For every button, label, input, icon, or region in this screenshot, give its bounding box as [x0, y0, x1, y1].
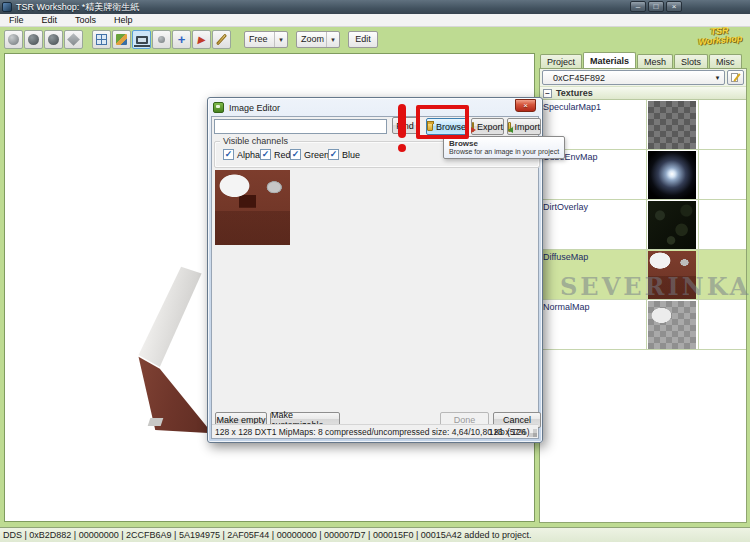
wireframe-button[interactable]: [92, 30, 111, 49]
sphere-light-icon: [8, 34, 19, 45]
export-label: Export: [477, 122, 503, 132]
row-spacer: [698, 200, 746, 249]
texture-name: DirtOverlay: [540, 200, 646, 249]
alpha-checkbox[interactable]: ✓: [223, 149, 234, 160]
dialog-title: Image Editor: [229, 103, 280, 113]
textures-section-header: − Textures: [540, 87, 746, 100]
sphere-dark-icon: [28, 34, 39, 45]
texture-row-normalmap[interactable]: NormalMap: [540, 300, 746, 350]
status-bar: DDS | 0xB2D882 | 00000000 | 2CCFB6A9 | 5…: [0, 527, 750, 542]
render-mode-button-2[interactable]: [24, 30, 43, 49]
tooltip-text: Browse for an image in your project: [449, 148, 559, 155]
tab-slots[interactable]: Slots: [674, 54, 708, 68]
import-button[interactable]: Import: [507, 118, 541, 135]
texture-preview-image[interactable]: [215, 170, 290, 245]
red-highlight-rectangle: [416, 105, 469, 139]
pencil-tool-button[interactable]: [212, 30, 231, 49]
channel-alpha[interactable]: ✓ Alpha: [223, 149, 260, 160]
render-mode-button-3[interactable]: [44, 30, 63, 49]
chevron-down-icon: ▾: [326, 32, 339, 47]
tsr-workshop-window: TSR Workshop: *精美牌衛生紙 – □ × File Edit To…: [0, 0, 750, 542]
window-title-bar: TSR Workshop: *精美牌衛生紙 – □ ×: [0, 0, 750, 14]
toolbar: + ▶ Free ▾ Zoom ▾ Edit TSR Workshop: [0, 27, 750, 52]
row-spacer: [698, 150, 746, 199]
chevron-down-icon: ▾: [711, 71, 724, 84]
image-info-text: 128 x 128 DXT1 MipMaps: 8 compressed/unc…: [215, 427, 530, 437]
tab-materials[interactable]: Materials: [583, 52, 636, 68]
tsr-workshop-logo: TSR Workshop: [697, 25, 742, 47]
rotate-tool-button[interactable]: ▶: [192, 30, 211, 49]
dialog-close-button[interactable]: ×: [515, 99, 536, 112]
dirtoverlay-thumbnail[interactable]: [648, 201, 696, 249]
textured-view-button[interactable]: [112, 30, 131, 49]
tooltip-title: Browse: [449, 139, 559, 148]
image-filter-input[interactable]: [214, 119, 387, 134]
tab-project[interactable]: Project: [540, 54, 582, 68]
camera-mode-value: Free: [245, 32, 274, 47]
window-controls: – □ ×: [630, 1, 682, 12]
blue-checkbox[interactable]: ✓: [328, 149, 339, 160]
alpha-label: Alpha: [237, 150, 260, 160]
pencil-icon: [216, 34, 227, 46]
dialog-title-bar[interactable]: Image Editor: [208, 98, 542, 115]
texture-row-cubeenvmap[interactable]: CubeEnvMap: [540, 150, 746, 200]
image-editor-icon: [213, 102, 224, 113]
red-label: Red: [274, 150, 291, 160]
browse-tooltip: Browse Browse for an image in your proje…: [443, 136, 565, 159]
red-checkbox[interactable]: ✓: [260, 149, 271, 160]
menu-file[interactable]: File: [0, 15, 33, 25]
status-text: DDS | 0xB2D882 | 00000000 | 2CCFB6A9 | 5…: [3, 530, 531, 540]
material-selector-row: 0xCF45F892 ▾: [540, 69, 746, 87]
channel-blue[interactable]: ✓ Blue: [328, 149, 360, 160]
sphere-dark-icon: [48, 34, 59, 45]
texture-row-dirtoverlay[interactable]: DirtOverlay: [540, 200, 746, 250]
move-arrows-icon: +: [178, 34, 186, 45]
import-icon: [508, 122, 511, 132]
maximize-button[interactable]: □: [648, 1, 664, 12]
tab-misc[interactable]: Misc: [709, 54, 742, 68]
menu-tools[interactable]: Tools: [66, 15, 105, 25]
edit-material-button[interactable]: [727, 70, 744, 85]
export-button[interactable]: Export: [471, 118, 504, 135]
resize-grip[interactable]: [533, 433, 537, 437]
dialog-status-bar: 128 x 128 DXT1 MipMaps: 8 compressed/unc…: [212, 424, 538, 438]
green-label: Green: [304, 150, 329, 160]
collapse-icon[interactable]: −: [543, 89, 552, 98]
texture-row-specularmap[interactable]: SpecularMap1: [540, 100, 746, 150]
right-panel-tabs: Project Materials Mesh Slots Misc: [540, 52, 743, 68]
red-arrow-icon: ▶: [197, 34, 207, 45]
specularmap-thumbnail[interactable]: [648, 101, 696, 149]
zoom-dropdown[interactable]: Zoom ▾: [296, 31, 340, 48]
laptop-icon: [136, 36, 148, 44]
red-exclamation-bar: [398, 104, 406, 138]
logo-line-2: Workshop: [698, 34, 742, 47]
severinka-watermark: SEVERINKA: [560, 272, 750, 301]
channel-red[interactable]: ✓ Red: [260, 149, 291, 160]
normalmap-thumbnail[interactable]: [648, 301, 696, 349]
edit-button[interactable]: Edit: [348, 31, 378, 48]
close-button[interactable]: ×: [666, 1, 682, 12]
channel-green[interactable]: ✓ Green: [290, 149, 329, 160]
menu-bar: File Edit Tools Help: [0, 14, 750, 27]
render-mode-button-1[interactable]: [4, 30, 23, 49]
toilet-paper-shelf-3d-object[interactable]: [137, 265, 213, 435]
tab-mesh[interactable]: Mesh: [637, 54, 673, 68]
preview-button[interactable]: [132, 30, 151, 49]
window-title: TSR Workshop: *精美牌衛生紙: [16, 1, 139, 14]
minimize-button[interactable]: –: [630, 1, 646, 12]
small-circle-icon: [158, 36, 165, 43]
visible-channels-label: Visible channels: [220, 136, 291, 146]
dot-tool-button[interactable]: [152, 30, 171, 49]
app-icon: [2, 2, 12, 12]
green-checkbox[interactable]: ✓: [290, 149, 301, 160]
import-label: Import: [514, 122, 540, 132]
menu-help[interactable]: Help: [105, 15, 142, 25]
row-spacer: [698, 300, 746, 349]
camera-mode-dropdown[interactable]: Free ▾: [244, 31, 288, 48]
cubeenvmap-thumbnail[interactable]: [648, 151, 696, 199]
render-mode-button-4[interactable]: [64, 30, 83, 49]
menu-edit[interactable]: Edit: [33, 15, 67, 25]
image-size-text: 126 x 126: [489, 427, 526, 437]
material-id-dropdown[interactable]: 0xCF45F892 ▾: [542, 70, 725, 85]
move-tool-button[interactable]: +: [172, 30, 191, 49]
